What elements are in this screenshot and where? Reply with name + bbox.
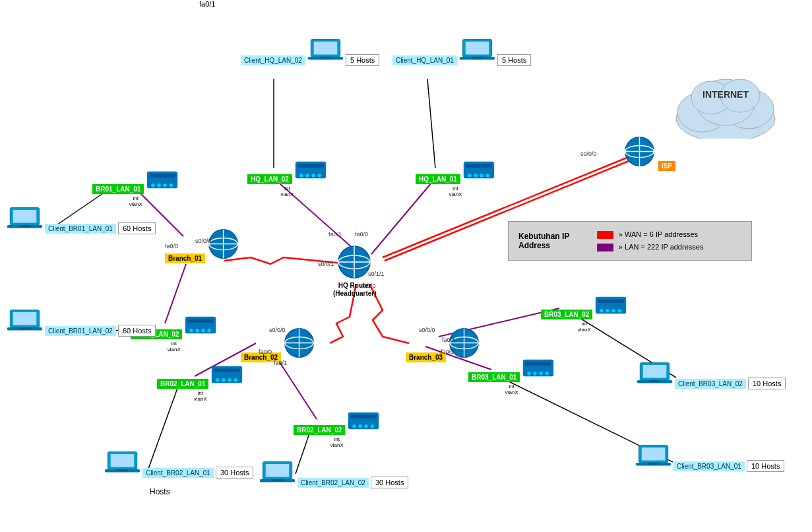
client-br02-lan02-hosts: 30 Hosts (371, 477, 408, 488)
svg-rect-113 (266, 464, 290, 477)
svg-point-58 (152, 183, 155, 187)
client-hq-lan02-label: Client_HQ_LAN_02 (241, 55, 305, 65)
hq-lan02-label: HQ_LAN_02 (247, 174, 292, 184)
client-br01-lan01-hosts: 60 Hosts (118, 222, 156, 234)
legend-box: Kebutuhan IPAddress » WAN = 6 IP address… (508, 221, 752, 261)
svg-point-72 (228, 378, 232, 382)
svg-rect-119 (649, 380, 661, 382)
svg-point-53 (474, 174, 477, 177)
svg-point-91 (618, 309, 621, 312)
client-br03-lan01-label: Client_BR03_LAN_01 (673, 461, 745, 471)
hq-lan02-switch: HQ_LAN_02 intvlanX (247, 158, 327, 197)
svg-rect-45 (297, 164, 323, 167)
svg-rect-117 (643, 365, 667, 378)
svg-rect-51 (466, 164, 491, 167)
svg-point-78 (365, 424, 368, 428)
svg-point-60 (164, 183, 167, 187)
br03-lan02-switch: BR03_LAN_02 intvlanX (541, 294, 627, 333)
client-br01-lan01: Client_BR01_LAN_01 60 Hosts (7, 205, 156, 235)
internet-cloud: INTERNET (666, 66, 785, 140)
svg-rect-101 (13, 210, 37, 223)
br03-fa00-label: fa0/0 (441, 349, 454, 355)
svg-point-85 (546, 372, 549, 375)
hq-s001-label: s0/0/1 (318, 261, 334, 267)
br03-s000-label: s0/0/0 (419, 327, 435, 333)
legend-wan: » WAN = 6 IP addresses (619, 230, 698, 238)
hq-lan02-int: intvlanX (247, 185, 327, 197)
svg-rect-123 (648, 463, 660, 465)
br03-lan02-int: intvlanX (541, 321, 627, 333)
svg-rect-105 (13, 312, 37, 325)
client-br02-lan02-label: Client_BR02_LAN_02 (297, 478, 369, 488)
client-br02-lan01: Client_BR02_LAN_01 30 Hosts (104, 449, 253, 479)
client-hq-lan01-label: Client_HQ_LAN_01 (392, 55, 457, 65)
svg-point-89 (606, 309, 609, 312)
svg-point-52 (468, 174, 471, 177)
br02-s000-label: s0/0/0 (269, 327, 286, 333)
branch03-label: Branch_03 (406, 352, 446, 362)
client-br03-lan01-hosts: 10 Hosts (747, 460, 784, 472)
svg-point-83 (534, 372, 537, 375)
internet-label: INTERNET (666, 89, 785, 100)
svg-rect-109 (111, 454, 135, 467)
svg-rect-95 (320, 57, 332, 59)
svg-rect-93 (314, 42, 338, 55)
client-br02-lan01-hosts: 30 Hosts (216, 467, 253, 479)
svg-rect-57 (150, 174, 175, 177)
br02-lan02-label: BR02_LAN_02 (294, 425, 345, 435)
svg-point-77 (359, 424, 362, 428)
hq-s011-label: s0/1/1 (368, 271, 385, 277)
hq-fa00-label: fa0/0 (355, 231, 368, 238)
client-hq-lan02: Client_HQ_LAN_02 5 Hosts (241, 36, 379, 67)
svg-point-59 (158, 183, 161, 187)
client-br02-lan02: Client_BR02_LAN_02 30 Hosts (259, 459, 408, 489)
svg-rect-115 (272, 479, 284, 481)
svg-point-67 (208, 329, 211, 332)
svg-point-71 (222, 378, 226, 382)
svg-point-54 (480, 174, 483, 177)
svg-point-55 (485, 174, 489, 177)
br03-lan01-label: BR03_LAN_01 (468, 372, 520, 382)
isp-s000-label: s0/0/0 (580, 150, 597, 157)
br02-lan02-switch: BR02_LAN_02 intvlanX (294, 409, 380, 448)
br03-lan02-label: BR03_LAN_02 (541, 310, 592, 319)
br02-fa00-label: fa0/0 (259, 349, 272, 355)
svg-rect-121 (642, 448, 666, 461)
svg-point-90 (612, 309, 615, 312)
client-br03-lan01: Client_BR03_LAN_01 10 Hosts (635, 442, 784, 473)
br01-lan01-label: BR01_LAN_01 (92, 184, 144, 194)
svg-point-88 (600, 309, 604, 312)
branch01-label: Branch_01 (165, 253, 205, 263)
svg-point-46 (299, 174, 303, 177)
svg-point-65 (196, 329, 199, 332)
svg-line-11 (427, 79, 435, 168)
client-br03-lan02: Client_BR03_LAN_02 10 Hosts (637, 360, 786, 390)
br01-lan01-switch: BR01_LAN_01 intvlanX (92, 168, 179, 207)
svg-point-79 (371, 424, 374, 428)
br02-lan01-label: BR02_LAN_01 (157, 379, 208, 389)
svg-rect-87 (598, 299, 624, 302)
svg-rect-97 (466, 42, 489, 55)
br01-fa01-label: fa0/1 (199, 0, 215, 8)
svg-point-84 (540, 372, 543, 375)
svg-point-64 (190, 329, 193, 332)
hosts-static-label: Hosts (150, 487, 170, 496)
client-hq-lan02-hosts: 5 Hosts (346, 54, 379, 66)
client-br01-lan02: Client_BR01_LAN_02 60 Hosts (7, 307, 156, 337)
hq-fa01-label: fa0/1 (328, 231, 342, 238)
svg-point-47 (305, 174, 309, 177)
br03-fa01-label: fa0/1 (442, 337, 455, 343)
svg-rect-99 (472, 57, 484, 59)
br01-s000-label: s0/0/0 (195, 238, 212, 244)
client-br01-lan02-label: Client_BR01_LAN_02 (45, 326, 116, 336)
br01-fa00-label: fa0/0 (165, 243, 178, 249)
svg-rect-107 (19, 327, 31, 329)
svg-point-70 (216, 378, 220, 382)
br03-lan01-int: intvlanX (468, 383, 555, 395)
hq-s010-label: s0/1/0 (359, 283, 376, 289)
client-br01-lan02-hosts: 60 Hosts (118, 325, 156, 337)
hq-lan01-switch: HQ_LAN_01 intvlanX (416, 158, 495, 197)
br02-fa01-label: fa0/1 (274, 360, 287, 366)
client-br02-lan01-label: Client_BR02_LAN_01 (142, 468, 214, 478)
hq-lan01-label: HQ_LAN_01 (416, 174, 460, 184)
